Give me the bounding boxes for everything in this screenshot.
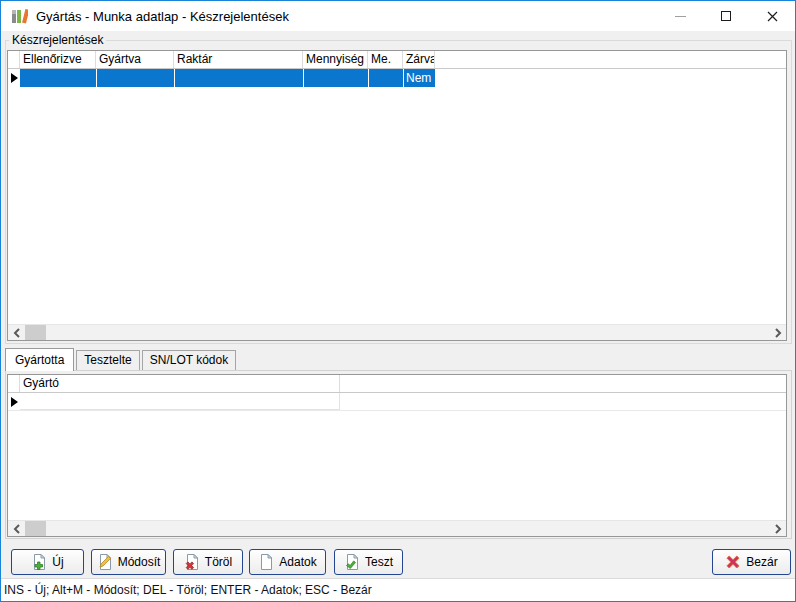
data-button-label: Adatok — [279, 555, 316, 569]
column-header-mennyiseg: Mennyiség — [303, 51, 368, 68]
row-indicator-header — [8, 51, 20, 68]
minimize-icon — [675, 16, 686, 17]
column-header-zarva: Zárva — [403, 51, 435, 68]
modify-button[interactable]: Módosít — [91, 549, 166, 575]
cell-gyartva[interactable] — [96, 69, 174, 87]
status-bar: INS - Új; Alt+M - Módosít; DEL - Töröl; … — [1, 578, 795, 601]
current-row-indicator-icon — [11, 73, 18, 83]
red-cross-icon — [725, 554, 741, 570]
gyarto-grid-header-row: Gyártó — [8, 375, 786, 393]
document-icon — [258, 554, 274, 570]
scroll-right-icon[interactable] — [769, 325, 786, 340]
grid-header-row: Ellenőrizve Gyártva Raktár Mennyiség Me.… — [8, 51, 786, 69]
close-dialog-button[interactable]: Bezár — [712, 549, 791, 575]
upper-horizontal-scrollbar[interactable] — [8, 324, 786, 340]
tab-sn-lot-kodok[interactable]: SN/LOT kódok — [142, 350, 236, 370]
maximize-button[interactable] — [703, 1, 749, 31]
gyarto-grid[interactable]: Gyártó — [7, 374, 787, 537]
lower-horizontal-scrollbar[interactable] — [8, 520, 786, 536]
scrollbar-thumb[interactable] — [25, 521, 46, 536]
scroll-right-icon[interactable] — [769, 521, 786, 536]
status-bar-text: INS - Új; Alt+M - Módosít; DEL - Töröl; … — [4, 583, 372, 597]
delete-button[interactable]: Töröl — [173, 549, 243, 575]
cell-gyarto[interactable] — [20, 393, 340, 410]
maximize-icon — [721, 11, 731, 21]
cell-zarva[interactable]: Nem — [403, 69, 435, 87]
app-logo-icon — [9, 6, 29, 26]
groupbox-label: Készrejelentések — [9, 33, 106, 47]
data-button[interactable]: Adatok — [249, 549, 326, 575]
column-header-me: Me. — [368, 51, 403, 68]
selected-grid-row[interactable]: Nem — [8, 69, 786, 87]
delete-button-label: Töröl — [205, 555, 232, 569]
minimize-button[interactable] — [657, 1, 703, 31]
current-row-indicator-icon — [11, 397, 18, 407]
new-button[interactable]: Új — [11, 549, 84, 575]
column-header-gyartva: Gyártva — [96, 51, 174, 68]
cell-ellenorizve[interactable] — [20, 69, 96, 87]
column-header-raktar: Raktár — [174, 51, 303, 68]
app-window: Gyártás - Munka adatlap - Készrejelentés… — [0, 0, 796, 602]
column-header-ellenorizve: Ellenőrizve — [20, 51, 96, 68]
column-header-gyarto: Gyártó — [20, 375, 340, 392]
row-indicator-cell — [8, 69, 20, 87]
row-indicator-header — [8, 375, 20, 392]
cell-me[interactable] — [368, 69, 403, 87]
scroll-left-icon[interactable] — [8, 325, 25, 340]
close-icon — [767, 11, 778, 22]
scroll-left-icon[interactable] — [8, 521, 25, 536]
test-button[interactable]: Teszt — [334, 549, 403, 575]
gyarto-grid-row[interactable] — [8, 393, 786, 411]
completion-reports-grid[interactable]: Ellenőrizve Gyártva Raktár Mennyiség Me.… — [7, 50, 787, 341]
cell-mennyiseg[interactable] — [303, 69, 368, 87]
test-button-label: Teszt — [365, 555, 393, 569]
row-indicator-cell — [8, 393, 20, 410]
document-pencil-icon — [97, 554, 113, 570]
document-check-icon — [344, 554, 360, 570]
close-dialog-button-label: Bezár — [746, 555, 777, 569]
close-window-button[interactable] — [749, 1, 795, 31]
modify-button-label: Módosít — [118, 555, 161, 569]
scrollbar-thumb[interactable] — [25, 325, 46, 340]
title-bar: Gyártás - Munka adatlap - Készrejelentés… — [1, 1, 795, 31]
document-plus-icon — [31, 554, 47, 570]
new-button-label: Új — [52, 555, 63, 569]
cell-raktar[interactable] — [174, 69, 303, 87]
tab-gyartotta[interactable]: Gyártotta — [5, 348, 74, 371]
screen: Gyártás - Munka adatlap - Készrejelentés… — [0, 0, 796, 602]
window-title: Gyártás - Munka adatlap - Készrejelentés… — [36, 9, 289, 24]
document-delete-icon — [184, 554, 200, 570]
client-area: Készrejelentések Ellenőrizve Gyártva Rak… — [1, 31, 795, 601]
window-controls — [657, 1, 795, 31]
tab-bar: Gyártotta Tesztelte SN/LOT kódok — [5, 349, 238, 370]
tab-tesztelte[interactable]: Tesztelte — [76, 350, 139, 370]
